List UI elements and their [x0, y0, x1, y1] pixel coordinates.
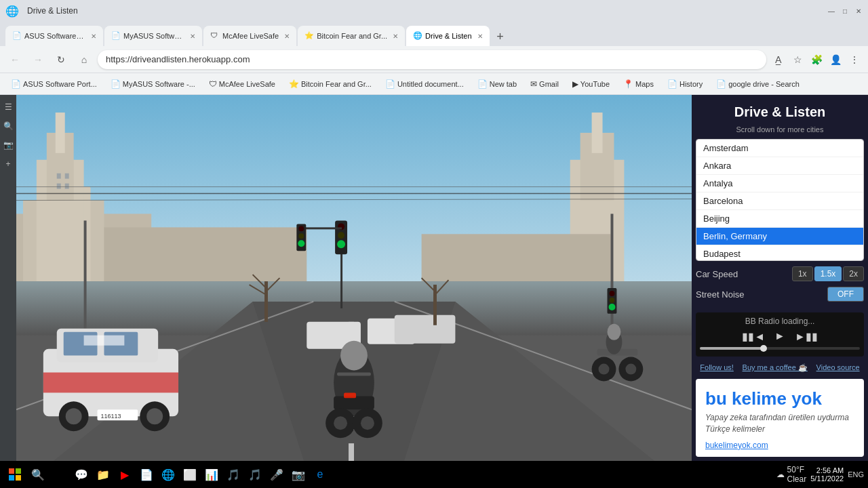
city-list[interactable]: Amsterdam Ankara Antalya Barcelona Beiji… — [696, 139, 864, 261]
minimize-button[interactable]: — — [827, 7, 835, 15]
tab-close-drive[interactable]: ✕ — [477, 33, 483, 40]
panel-title: Drive & Listen — [692, 95, 868, 124]
refresh-button[interactable]: ↻ — [52, 50, 71, 69]
svg-point-54 — [66, 408, 82, 424]
city-berlin[interactable]: Berlin, Germany — [696, 228, 863, 245]
city-barcelona[interactable]: Barcelona — [696, 192, 863, 210]
titlebar: 🌐 Drive & Listen — □ ✕ — [0, 0, 868, 22]
city-budapest[interactable]: Budapest — [696, 245, 863, 261]
taskbar-tiktok-icon[interactable]: 🎵 — [245, 465, 264, 484]
radio-play-button[interactable]: ► — [774, 330, 785, 343]
follow-link[interactable]: Follow us! — [700, 363, 734, 372]
taskbar-youtube-icon[interactable]: ▶ — [115, 465, 134, 484]
svg-rect-68 — [344, 392, 356, 398]
back-button[interactable]: ← — [5, 50, 24, 69]
bookmark-bitcoin[interactable]: ⭐ Bitcoin Fear and Gr... — [283, 78, 377, 90]
speed-2x-button[interactable]: 2x — [843, 266, 864, 281]
tab-mcafee[interactable]: 🛡 McAfee LiveSafe ✕ — [203, 26, 296, 46]
sidebar-add-icon[interactable]: + — [1, 157, 15, 171]
taskbar-office-icon[interactable]: 📊 — [202, 465, 221, 484]
bookmark-googledrive[interactable]: 📄 google drive - Search — [711, 78, 805, 90]
tab-drive-listen[interactable]: 🌐 Drive & Listen ✕ — [406, 26, 489, 46]
taskbar-chrome-button[interactable]: 🌐 — [159, 465, 178, 484]
close-button[interactable]: ✕ — [854, 7, 863, 15]
tab-close-myasus[interactable]: ✕ — [190, 33, 195, 40]
city-beijing[interactable]: Beijing — [696, 210, 863, 228]
taskbar-explorer-button[interactable]: 📁 — [94, 465, 113, 484]
bookmark-label-history: History — [679, 80, 703, 88]
bookmark-label-gmail: Gmail — [539, 80, 559, 88]
city-antalya[interactable]: Antalya — [696, 175, 863, 192]
bookmark-icon-myasus: 📄 — [111, 79, 121, 89]
street-noise-button[interactable]: OFF — [827, 287, 864, 302]
bookmark-asus[interactable]: 📄 ASUS Software Port... — [5, 78, 102, 90]
svg-rect-83 — [9, 468, 14, 474]
bookmark-label-youtube: YouTube — [580, 80, 610, 88]
radio-controls: ▮▮◄ ► ►▮▮ — [700, 330, 860, 343]
translate-icon[interactable]: A̲ — [770, 52, 787, 68]
radio-next-button[interactable]: ►▮▮ — [795, 330, 818, 343]
taskbar-minecraft-icon[interactable]: ⬜ — [180, 465, 199, 484]
bookmark-label-googledrive: google drive - Search — [728, 80, 800, 88]
panel-links: Follow us! Buy me a coffee ☕ Video sourc… — [692, 361, 868, 376]
taskbar-mic-icon[interactable]: 🎤 — [267, 465, 286, 484]
bookmark-myasus[interactable]: 📄 MyASUS Software -... — [105, 78, 201, 90]
extensions-icon[interactable]: 🧩 — [808, 52, 825, 68]
sidebar-image-icon[interactable]: 📷 — [1, 138, 15, 152]
bookmark-youtube[interactable]: ▶ YouTube — [567, 78, 615, 90]
taskbar-edge-icon[interactable]: e — [311, 465, 330, 484]
coffee-link[interactable]: Buy me a coffee ☕ — [743, 363, 808, 372]
bookmark-icon-bitcoin: ⭐ — [289, 79, 299, 89]
home-button[interactable]: ⌂ — [75, 50, 94, 69]
panel-subtitle: Scroll down for more cities — [692, 124, 868, 139]
tab-close-bitcoin[interactable]: ✕ — [393, 33, 398, 40]
bookmark-icon[interactable]: ☆ — [789, 52, 806, 68]
bookmark-label-untitled: Untitled document... — [397, 80, 464, 88]
tab-asus[interactable]: 📄 ASUS Software Port... ✕ — [5, 26, 103, 46]
taskbar-chat-button[interactable]: 💬 — [72, 465, 91, 484]
tab-bitcoin[interactable]: ⭐ Bitcoin Fear and Gr... ✕ — [298, 26, 405, 46]
toolbar-icons: A̲ ☆ 🧩 👤 ⋮ — [770, 52, 863, 68]
radio-prev-button[interactable]: ▮▮◄ — [742, 330, 765, 343]
maximize-button[interactable]: □ — [841, 7, 849, 15]
menu-icon[interactable]: ⋮ — [846, 52, 863, 68]
new-tab-button[interactable]: + — [491, 27, 510, 46]
svg-point-40 — [609, 298, 614, 303]
forward-button[interactable]: → — [28, 50, 47, 69]
ad-link[interactable]: bukelimeyok.com — [705, 441, 854, 450]
bookmark-maps[interactable]: 📍 Maps — [618, 78, 659, 90]
city-ankara[interactable]: Ankara — [696, 157, 863, 175]
sidebar-search-icon[interactable]: 🔍 — [1, 119, 15, 133]
svg-rect-31 — [300, 227, 342, 229]
svg-rect-49 — [43, 373, 178, 393]
taskbar-camera-icon[interactable]: 📷 — [289, 465, 308, 484]
bookmark-mcafee[interactable]: 🛡 McAfee LiveSafe — [203, 78, 281, 90]
tab-favicon-drive: 🌐 — [413, 31, 422, 41]
bookmark-untitled[interactable]: 📄 Untitled document... — [380, 78, 469, 90]
profile-icon[interactable]: 👤 — [827, 52, 844, 68]
bookmark-gmail[interactable]: ✉ Gmail — [525, 78, 564, 90]
speed-1-5x-button[interactable]: 1.5x — [814, 266, 842, 281]
start-button[interactable] — [4, 464, 26, 485]
video-source-link[interactable]: Video source — [816, 363, 860, 372]
speed-1x-button[interactable]: 1x — [792, 266, 813, 281]
bookmark-history[interactable]: 📄 History — [662, 78, 708, 90]
address-input[interactable] — [98, 50, 766, 69]
tab-close-asus[interactable]: ✕ — [91, 33, 96, 40]
svg-point-61 — [340, 341, 368, 371]
tab-label-mcafee: McAfee LiveSafe — [222, 32, 279, 40]
svg-point-29 — [338, 232, 344, 239]
taskbar-widgets-button[interactable]: 🗔 — [50, 465, 69, 484]
car-speed-row: Car Speed 1x 1.5x 2x — [696, 266, 864, 281]
taskbar-pdf-icon[interactable]: 📄 — [137, 465, 156, 484]
tab-myasus[interactable]: 📄 MyASUS Software -... ✕ — [104, 26, 202, 46]
tab-label-asus: ASUS Software Port... — [24, 32, 85, 40]
bookmark-icon-gmail: ✉ — [530, 79, 537, 89]
city-amsterdam[interactable]: Amsterdam — [696, 140, 863, 157]
taskbar-music-icon[interactable]: 🎵 — [224, 465, 243, 484]
radio-progress-bar[interactable] — [700, 347, 860, 350]
sidebar-layers-icon[interactable]: ☰ — [1, 100, 15, 114]
taskbar-search-button[interactable]: 🔍 — [28, 465, 47, 484]
bookmark-newtab[interactable]: 📄 New tab — [472, 78, 522, 90]
tab-close-mcafee[interactable]: ✕ — [284, 33, 290, 40]
